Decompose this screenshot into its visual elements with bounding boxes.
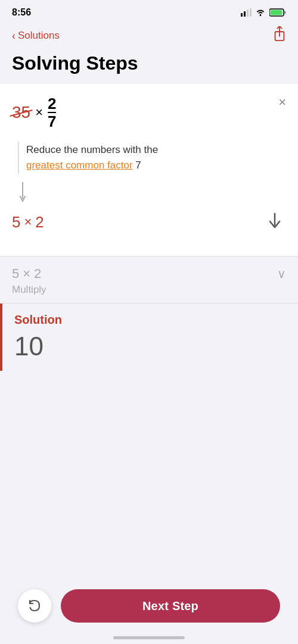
- down-arrow-right-button[interactable]: [263, 208, 286, 238]
- fraction-denominator: 7: [48, 114, 56, 129]
- gcf-link[interactable]: greatest common factor: [26, 160, 133, 171]
- step-next-num2: 2: [34, 266, 41, 282]
- status-icons: [241, 8, 286, 17]
- wifi-icon: [255, 8, 266, 17]
- svg-rect-1: [244, 11, 246, 17]
- fraction: 2 7: [48, 96, 56, 129]
- result-num2: 2: [35, 213, 44, 232]
- vertical-line: [18, 141, 19, 174]
- down-arrow-right-icon: [268, 213, 281, 230]
- down-arrow-left-icon: [18, 182, 27, 204]
- result-expression: 5 × 2: [12, 213, 44, 236]
- svg-point-4: [260, 15, 262, 17]
- page-title-section: Solving Steps: [0, 50, 298, 84]
- back-chevron-icon: ‹: [12, 30, 15, 42]
- multiply-sign-1: ×: [35, 105, 43, 120]
- explanation-text: Reduce the numbers with the greatest com…: [26, 141, 158, 174]
- solution-label: Solution: [14, 313, 62, 327]
- back-button[interactable]: ‹ Solutions: [12, 30, 60, 42]
- explanation-prefix: Reduce the numbers with the: [26, 144, 158, 155]
- bottom-spacer: [0, 371, 298, 466]
- status-time: 8:56: [12, 7, 31, 18]
- share-icon: [273, 26, 286, 42]
- step-next-multiply: ×: [23, 266, 30, 282]
- step-next: 5 × 2 ∨ Multiply: [0, 256, 298, 303]
- status-bar: 8:56: [0, 0, 298, 21]
- solution-value: 10: [14, 332, 62, 361]
- solution-content: Solution 10: [2, 304, 74, 371]
- home-indicator: [113, 636, 185, 639]
- battery-icon: [269, 8, 286, 17]
- fraction-numerator: 2: [48, 96, 56, 113]
- svg-rect-6: [271, 10, 283, 15]
- result-multiply: ×: [24, 214, 32, 230]
- step-card: 35 × 2 7 × Reduce the numbers with the g…: [0, 84, 298, 256]
- step-next-num1: 5: [12, 266, 19, 282]
- svg-rect-3: [250, 8, 252, 17]
- undo-button[interactable]: [18, 589, 51, 623]
- chevron-down-icon[interactable]: ∨: [277, 267, 286, 281]
- svg-rect-7: [284, 11, 286, 14]
- share-button[interactable]: [273, 26, 286, 45]
- solution-section: Solution 10: [0, 304, 298, 371]
- next-step-button[interactable]: Next Step: [61, 589, 280, 623]
- step-explanation: Reduce the numbers with the greatest com…: [18, 141, 286, 174]
- svg-rect-0: [241, 13, 243, 17]
- crossed-number: 35: [12, 103, 30, 122]
- math-expression: 35 × 2 7: [12, 96, 286, 129]
- explanation-factor: 7: [135, 160, 141, 171]
- next-step-label: Next Step: [142, 599, 198, 612]
- step-next-expr: 5 × 2: [12, 266, 41, 282]
- bottom-actions: Next Step: [0, 577, 298, 644]
- svg-rect-2: [247, 10, 249, 17]
- back-label: Solutions: [18, 30, 60, 42]
- close-button[interactable]: ×: [278, 95, 286, 110]
- signal-icon: [241, 8, 252, 17]
- result-num1: 5: [12, 213, 20, 232]
- step-next-label: Multiply: [12, 284, 286, 296]
- step-next-header: 5 × 2 ∨: [12, 266, 286, 282]
- page-title: Solving Steps: [12, 52, 286, 74]
- nav-bar: ‹ Solutions: [0, 21, 298, 50]
- undo-icon: [27, 599, 42, 613]
